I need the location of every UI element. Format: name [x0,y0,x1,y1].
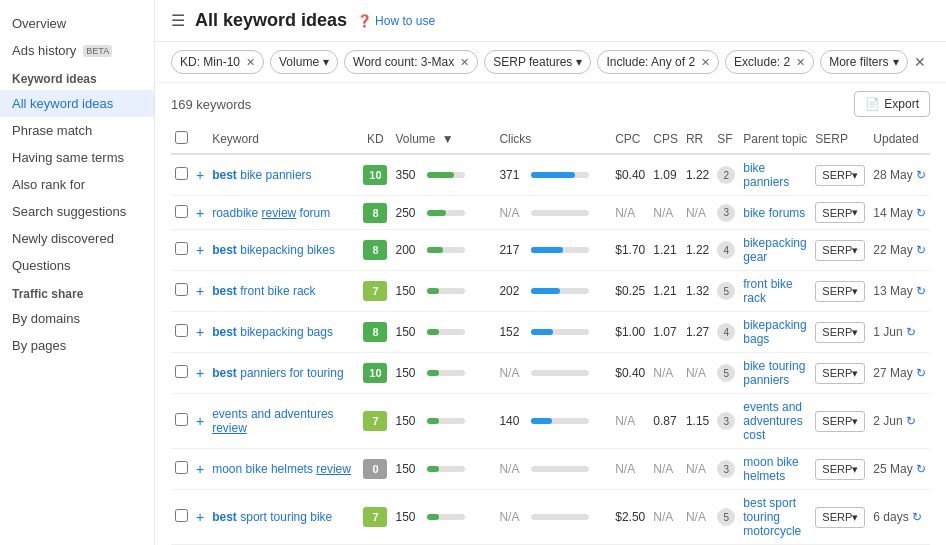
row-checkbox[interactable] [175,365,188,378]
row-checkbox-cell[interactable] [171,449,192,490]
cpc-col-header[interactable]: CPC [611,125,649,154]
serp-dropdown[interactable]: SERP ▾ [815,202,865,223]
keyword-link[interactable]: events and adventures review [212,407,333,435]
parent-topic-col-header[interactable]: Parent topic [739,125,811,154]
sidebar-item-by-domains[interactable]: By domains [0,305,154,332]
filter-serp[interactable]: SERP features ▾ [484,50,591,74]
keyword-link[interactable]: best bike panniers [212,168,311,182]
filter-wordcount-close[interactable]: ✕ [460,56,469,69]
serp-col-header[interactable]: SERP [811,125,869,154]
clear-filters-button[interactable]: ✕ [914,54,926,70]
clicks-col-header[interactable]: Clicks [495,125,611,154]
sidebar-item-search-suggestions[interactable]: Search suggestions [0,198,154,225]
add-icon[interactable]: + [196,461,204,477]
select-all-checkbox[interactable] [175,131,188,144]
row-checkbox-cell[interactable] [171,394,192,449]
keyword-link[interactable]: best sport touring bike [212,510,332,524]
filter-include-close[interactable]: ✕ [701,56,710,69]
add-icon[interactable]: + [196,365,204,381]
serp-dropdown[interactable]: SERP ▾ [815,322,865,343]
row-checkbox-cell[interactable] [171,353,192,394]
rr-col-header[interactable]: RR [682,125,713,154]
row-checkbox[interactable] [175,167,188,180]
row-checkbox[interactable] [175,283,188,296]
row-checkbox-cell[interactable] [171,196,192,230]
row-checkbox-cell[interactable] [171,271,192,312]
row-checkbox-cell[interactable] [171,312,192,353]
filter-volume[interactable]: Volume ▾ [270,50,338,74]
cps-col-header[interactable]: CPS [649,125,682,154]
add-keyword-cell[interactable]: + [192,154,208,196]
refresh-icon[interactable]: ↻ [916,366,926,380]
add-keyword-cell[interactable]: + [192,394,208,449]
filter-kd[interactable]: KD: Min-10 ✕ [171,50,264,74]
sidebar-item-phrase-match[interactable]: Phrase match [0,117,154,144]
select-all-header[interactable] [171,125,192,154]
sidebar-item-all-keyword-ideas[interactable]: All keyword ideas [0,90,154,117]
add-keyword-cell[interactable]: + [192,271,208,312]
parent-topic-link[interactable]: bikepacking gear [743,236,806,264]
export-button[interactable]: 📄 Export [854,91,930,117]
serp-dropdown[interactable]: SERP ▾ [815,507,865,528]
add-icon[interactable]: + [196,205,204,221]
serp-dropdown[interactable]: SERP ▾ [815,165,865,186]
add-icon[interactable]: + [196,324,204,340]
sidebar-item-also-rank-for[interactable]: Also rank for [0,171,154,198]
add-icon[interactable]: + [196,283,204,299]
refresh-icon[interactable]: ↻ [906,414,916,428]
add-icon[interactable]: + [196,242,204,258]
parent-topic-link[interactable]: events and adventures cost [743,400,802,442]
serp-dropdown[interactable]: SERP ▾ [815,240,865,261]
add-keyword-cell[interactable]: + [192,490,208,545]
parent-topic-link[interactable]: bikepacking bags [743,318,806,346]
keyword-link[interactable]: moon bike helmets review [212,462,351,476]
more-filters-button[interactable]: More filters ▾ [820,50,907,74]
keyword-link[interactable]: best bikepacking bikes [212,243,335,257]
parent-topic-link[interactable]: front bike rack [743,277,792,305]
row-checkbox[interactable] [175,242,188,255]
kd-col-header[interactable]: KD [359,125,391,154]
refresh-icon[interactable]: ↻ [916,462,926,476]
add-icon[interactable]: + [196,413,204,429]
keyword-link[interactable]: best front bike rack [212,284,315,298]
help-link[interactable]: ❓ How to use [357,14,435,28]
keyword-link[interactable]: roadbike review forum [212,206,330,220]
sidebar-item-overview[interactable]: Overview [0,10,154,37]
parent-topic-link[interactable]: bike touring panniers [743,359,805,387]
row-checkbox[interactable] [175,324,188,337]
sidebar-item-ads-history[interactable]: Ads history BETA [0,37,154,64]
row-checkbox-cell[interactable] [171,490,192,545]
refresh-icon[interactable]: ↻ [912,510,922,524]
row-checkbox-cell[interactable] [171,154,192,196]
serp-dropdown[interactable]: SERP ▾ [815,363,865,384]
serp-dropdown[interactable]: SERP ▾ [815,411,865,432]
parent-topic-link[interactable]: bike panniers [743,161,789,189]
row-checkbox[interactable] [175,205,188,218]
refresh-icon[interactable]: ↻ [916,168,926,182]
refresh-icon[interactable]: ↻ [906,325,916,339]
sidebar-item-by-pages[interactable]: By pages [0,332,154,359]
sf-col-header[interactable]: SF [713,125,739,154]
add-keyword-cell[interactable]: + [192,312,208,353]
refresh-icon[interactable]: ↻ [916,284,926,298]
row-checkbox-cell[interactable] [171,230,192,271]
filter-kd-close[interactable]: ✕ [246,56,255,69]
parent-topic-link[interactable]: best sport touring motorcycle [743,496,801,538]
sidebar-item-questions[interactable]: Questions [0,252,154,279]
keyword-link[interactable]: best panniers for touring [212,366,343,380]
filter-exclude[interactable]: Exclude: 2 ✕ [725,50,814,74]
sidebar-item-newly-discovered[interactable]: Newly discovered [0,225,154,252]
keyword-link[interactable]: best bikepacking bags [212,325,333,339]
add-icon[interactable]: + [196,509,204,525]
hamburger-icon[interactable]: ☰ [171,11,185,30]
refresh-icon[interactable]: ↻ [916,243,926,257]
parent-topic-link[interactable]: moon bike helmets [743,455,798,483]
row-checkbox[interactable] [175,413,188,426]
filter-include[interactable]: Include: Any of 2 ✕ [597,50,719,74]
add-keyword-cell[interactable]: + [192,353,208,394]
add-keyword-cell[interactable]: + [192,196,208,230]
filter-exclude-close[interactable]: ✕ [796,56,805,69]
refresh-icon[interactable]: ↻ [916,206,926,220]
volume-col-header[interactable]: Volume ▼ [391,125,495,154]
add-icon[interactable]: + [196,167,204,183]
